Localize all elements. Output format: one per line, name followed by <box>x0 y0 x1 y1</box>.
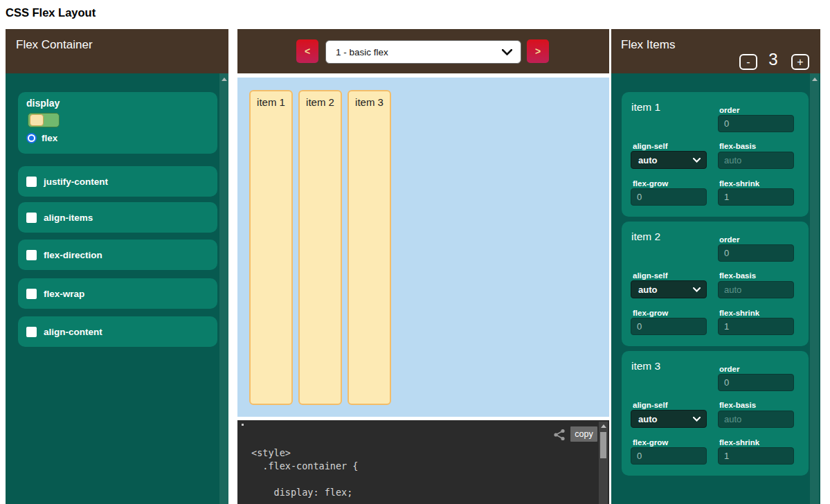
align-items-label: align-items <box>44 213 93 223</box>
flex-items-panel-scrollbar[interactable] <box>810 73 819 504</box>
preview-item-3: item 3 <box>348 90 391 405</box>
flex-preview-area: item 1 item 2 item 3 <box>237 78 609 417</box>
flex-items-panel-title: Flex Items <box>621 38 675 52</box>
code-line: <style> <box>251 447 358 460</box>
flex-basis-label: flex-basis <box>719 401 756 409</box>
next-example-button[interactable]: > <box>527 39 549 63</box>
align-content-checkbox[interactable] <box>26 327 37 337</box>
scroll-up-icon[interactable] <box>812 78 818 81</box>
align-items-checkbox[interactable] <box>26 213 37 223</box>
flex-items-panel: Flex Items - 3 + item 1 order align-self… <box>611 29 820 504</box>
align-self-select[interactable]: auto <box>631 280 707 298</box>
flex-grow-input[interactable] <box>631 318 707 335</box>
flex-shrink-input[interactable] <box>718 188 794 206</box>
example-nav-bar: < 1 - basic flex > <box>237 29 609 73</box>
justify-content-label: justify-content <box>44 177 108 187</box>
display-flex-radio-row: flex <box>26 133 57 143</box>
flex-direction-label: flex-direction <box>44 250 102 260</box>
chevron-down-icon <box>693 417 701 422</box>
scroll-up-icon[interactable] <box>222 78 227 81</box>
app-screen: CSS Flex Layout Flex Container display f… <box>0 0 830 504</box>
flex-container-panel: Flex Container display flex justify-cont… <box>6 29 228 504</box>
flex-basis-label: flex-basis <box>719 142 756 150</box>
flex-grow-label: flex-grow <box>633 438 668 447</box>
remove-item-button[interactable]: - <box>739 54 757 70</box>
code-line: .flex-container { <box>251 460 358 473</box>
code-panel-dot <box>242 424 244 426</box>
preview-item-2: item 2 <box>298 90 342 405</box>
preview-item-1: item 1 <box>249 90 293 405</box>
item-1-card: item 1 order align-self auto flex-basis … <box>622 92 809 217</box>
align-items-card: align-items <box>18 202 217 233</box>
flex-direction-checkbox[interactable] <box>26 250 37 260</box>
page-title: CSS Flex Layout <box>6 6 96 19</box>
order-label: order <box>719 365 739 373</box>
order-input[interactable] <box>718 115 794 132</box>
share-icon[interactable] <box>552 428 566 442</box>
flex-items-panel-body: item 1 order align-self auto flex-basis … <box>611 73 820 504</box>
align-self-label: align-self <box>633 401 667 409</box>
align-content-card: align-content <box>18 316 217 347</box>
align-content-label: align-content <box>44 327 102 337</box>
flex-shrink-label: flex-shrink <box>719 309 759 317</box>
flex-shrink-input[interactable] <box>718 318 794 335</box>
chevron-down-icon <box>502 49 512 55</box>
align-self-select[interactable]: auto <box>631 151 707 169</box>
flex-shrink-label: flex-shrink <box>719 438 759 447</box>
flex-items-panel-header: Flex Items - 3 + <box>611 29 820 73</box>
flex-grow-label: flex-grow <box>633 179 668 188</box>
prev-example-button[interactable]: < <box>296 39 318 63</box>
flex-wrap-label: flex-wrap <box>44 289 84 299</box>
chevron-down-icon <box>693 158 701 163</box>
flex-grow-input[interactable] <box>631 447 707 465</box>
code-panel-scrollbar[interactable] <box>599 422 608 504</box>
align-self-label: align-self <box>633 142 667 150</box>
justify-content-checkbox[interactable] <box>26 177 37 187</box>
code-line <box>251 473 358 486</box>
example-select[interactable]: 1 - basic flex <box>325 40 521 64</box>
flex-shrink-input[interactable] <box>718 447 794 465</box>
code-scrollbar-thumb[interactable] <box>600 432 606 458</box>
justify-content-card: justify-content <box>18 166 217 197</box>
order-input[interactable] <box>718 374 794 391</box>
flex-basis-input[interactable] <box>718 281 794 298</box>
flex-container-panel-scrollbar[interactable] <box>219 73 228 504</box>
align-self-value: auto <box>638 285 657 295</box>
flex-wrap-checkbox[interactable] <box>26 289 37 299</box>
display-toggle[interactable] <box>28 113 60 127</box>
align-self-value: auto <box>638 155 657 165</box>
flex-container-panel-header: Flex Container <box>6 29 228 73</box>
display-card: display flex <box>18 92 217 154</box>
order-label: order <box>719 106 739 114</box>
item-2-card: item 2 order align-self auto flex-basis … <box>622 222 809 346</box>
copy-button[interactable]: copy <box>570 426 597 442</box>
flex-container-panel-title: Flex Container <box>16 38 93 52</box>
flex-basis-input[interactable] <box>718 152 794 169</box>
item-2-title: item 2 <box>631 231 660 243</box>
flex-basis-input[interactable] <box>718 411 794 428</box>
display-label: display <box>26 98 60 109</box>
flex-container-panel-body: display flex justify-content align-items <box>6 73 228 504</box>
flex-grow-input[interactable] <box>631 188 707 206</box>
chevron-down-icon <box>693 287 701 292</box>
flex-direction-card: flex-direction <box>18 240 217 270</box>
example-select-value: 1 - basic flex <box>336 47 388 57</box>
align-self-label: align-self <box>633 271 667 280</box>
flex-radio[interactable] <box>26 133 37 143</box>
scroll-up-icon[interactable] <box>601 424 606 428</box>
code-panel: copy <style> .flex-container { display: … <box>237 420 609 504</box>
flex-radio-label: flex <box>42 133 57 143</box>
item-count: 3 <box>763 50 784 69</box>
flex-basis-label: flex-basis <box>719 271 756 280</box>
flex-grow-label: flex-grow <box>633 309 668 317</box>
code-line: display: flex; <box>251 486 358 499</box>
item-1-title: item 1 <box>631 101 660 114</box>
item-3-card: item 3 order align-self auto flex-basis … <box>622 351 809 476</box>
display-toggle-knob[interactable] <box>30 114 44 126</box>
add-item-button[interactable]: + <box>791 54 809 70</box>
flex-wrap-card: flex-wrap <box>18 278 217 309</box>
item-3-title: item 3 <box>631 360 660 372</box>
flex-shrink-label: flex-shrink <box>719 179 759 188</box>
order-input[interactable] <box>718 244 794 262</box>
align-self-select[interactable]: auto <box>631 410 707 428</box>
